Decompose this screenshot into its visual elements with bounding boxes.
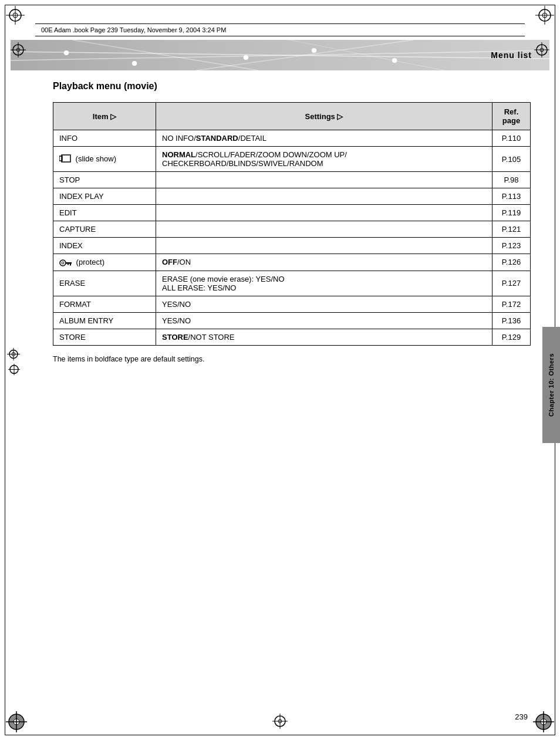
bottom-center-crosshair	[272, 714, 288, 731]
row-item-capture: CAPTURE	[53, 221, 156, 238]
row-settings-protect: OFF/ON	[156, 254, 492, 271]
chapter-tab-label: Chapter 10: Others	[548, 353, 555, 417]
row-item-albumentry: ALBUM ENTRY	[53, 312, 156, 329]
row-settings-info: NO INFO/STANDARD/DETAIL	[156, 130, 492, 147]
row-ref-info: P.110	[492, 130, 531, 147]
row-settings-store: STORE/NOT STORE	[156, 329, 492, 345]
row-settings-capture	[156, 221, 492, 238]
page-number: 239	[515, 712, 528, 721]
table-row: CAPTURE P.121	[53, 221, 531, 238]
banner-left-crosshair	[11, 42, 26, 59]
row-item-erase: ERASE	[53, 271, 156, 296]
svg-point-28	[392, 58, 397, 63]
col-header-item: Item ▷	[53, 103, 156, 130]
svg-rect-43	[68, 263, 69, 265]
file-info: 00E Adam .book Page 239 Tuesday, Novembe…	[18, 24, 542, 36]
row-settings-indexplay	[156, 188, 492, 205]
svg-rect-38	[59, 156, 62, 161]
row-item-store: STORE	[53, 329, 156, 345]
svg-rect-41	[66, 262, 72, 264]
row-ref-indexplay: P.113	[492, 188, 531, 205]
chapter-tab: Chapter 10: Others	[542, 327, 560, 443]
row-settings-edit	[156, 205, 492, 221]
row-ref-capture: P.121	[492, 221, 531, 238]
row-ref-slideshow: P.105	[492, 147, 531, 172]
row-settings-albumentry: YES/NO	[156, 312, 492, 329]
svg-line-22	[197, 40, 413, 70]
protect-key-icon	[59, 259, 72, 267]
main-content: Playback menu (movie) Item ▷ Settings ▷ …	[53, 81, 531, 363]
left-reg-mark	[8, 363, 20, 377]
row-item-edit: EDIT	[53, 205, 156, 221]
left-mid-crosshair	[7, 348, 20, 363]
table-row: INDEX PLAY P.113	[53, 188, 531, 205]
row-settings-erase: ERASE (one movie erase): YES/NOALL ERASE…	[156, 271, 492, 296]
header-area: 00E Adam .book Page 239 Tuesday, Novembe…	[18, 23, 542, 36]
row-item-info: INFO	[53, 130, 156, 147]
table-row: ALBUM ENTRY YES/NO P.136	[53, 312, 531, 329]
row-settings-stop	[156, 172, 492, 188]
table-row: (slide show) NORMAL/SCROLL/FADER/ZOOM DO…	[53, 147, 531, 172]
corner-br-crosshair	[533, 711, 554, 734]
gray-banner: Menu list	[11, 40, 549, 70]
col-header-ref: Ref.page	[492, 103, 531, 130]
row-item-index: INDEX	[53, 238, 156, 254]
table-row: INFO NO INFO/STANDARD/DETAIL P.110	[53, 130, 531, 147]
table-header-row: Item ▷ Settings ▷ Ref.page	[53, 103, 531, 130]
slideshow-icon	[59, 154, 71, 164]
row-item-slideshow: (slide show)	[53, 147, 156, 172]
menu-list-label: Menu list	[491, 50, 549, 60]
svg-point-27	[312, 48, 316, 53]
row-item-stop: STOP	[53, 172, 156, 188]
row-ref-format: P.172	[492, 296, 531, 312]
banner-lines-svg	[11, 40, 549, 70]
table-row: STORE STORE/NOT STORE P.129	[53, 329, 531, 345]
svg-point-40	[62, 262, 64, 264]
svg-point-26	[244, 55, 248, 60]
svg-point-25	[132, 61, 137, 66]
table-row: INDEX P.123	[53, 238, 531, 254]
row-item-protect: (protect)	[53, 254, 156, 271]
row-item-format: FORMAT	[53, 296, 156, 312]
svg-point-24	[64, 50, 69, 55]
table-row: EDIT P.119	[53, 205, 531, 221]
page-heading: Playback menu (movie)	[53, 81, 531, 92]
svg-rect-42	[70, 263, 71, 265]
table-row: FORMAT YES/NO P.172	[53, 296, 531, 312]
row-ref-albumentry: P.136	[492, 312, 531, 329]
svg-point-39	[60, 260, 66, 266]
menu-table: Item ▷ Settings ▷ Ref.page INFO NO INFO/…	[53, 102, 531, 346]
row-ref-index: P.123	[492, 238, 531, 254]
row-ref-erase: P.127	[492, 271, 531, 296]
table-row: ERASE ERASE (one movie erase): YES/NOALL…	[53, 271, 531, 296]
footer-note: The items in boldface type are default s…	[53, 355, 531, 363]
row-ref-protect: P.126	[492, 254, 531, 271]
row-settings-slideshow: NORMAL/SCROLL/FADER/ZOOM DOWN/ZOOM UP/CH…	[156, 147, 492, 172]
table-row: STOP P.98	[53, 172, 531, 188]
row-ref-stop: P.98	[492, 172, 531, 188]
row-ref-edit: P.119	[492, 205, 531, 221]
row-settings-index	[156, 238, 492, 254]
col-header-settings: Settings ▷	[156, 103, 492, 130]
row-item-indexplay: INDEX PLAY	[53, 188, 156, 205]
corner-bl-crosshair	[6, 711, 27, 734]
row-ref-store: P.129	[492, 329, 531, 345]
svg-rect-37	[62, 155, 70, 162]
table-row: (protect) OFF/ON P.126	[53, 254, 531, 271]
row-settings-format: YES/NO	[156, 296, 492, 312]
